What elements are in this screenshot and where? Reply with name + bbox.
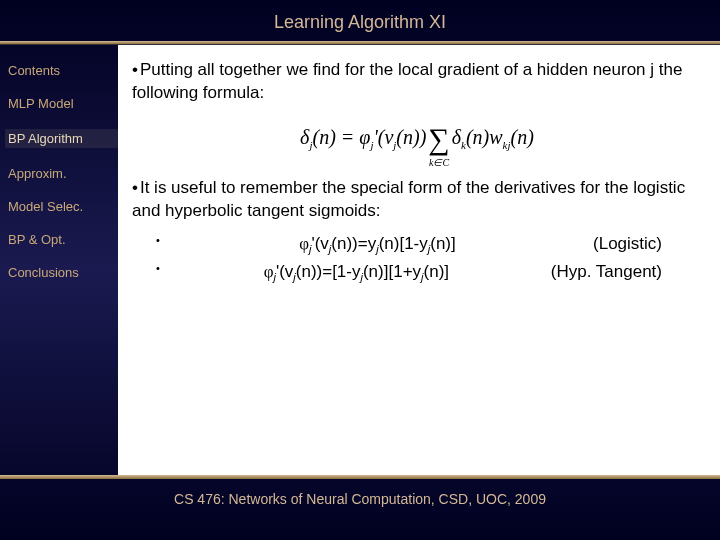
sidebar-item-mlp-model[interactable]: MLP Model — [8, 96, 118, 111]
paragraph-2: It is useful to remember the special for… — [132, 177, 702, 223]
paragraph-1-text: Putting all together we find for the loc… — [132, 60, 682, 102]
tanh-derivative: φj'(vj(n))=[1-yj(n)][1+yj(n)] (Hyp. Tang… — [156, 261, 702, 285]
sidebar-item-approxim[interactable]: Approxim. — [8, 166, 118, 181]
logistic-label: (Logistic) — [593, 233, 662, 257]
content-area: Contents MLP Model BP Algorithm Approxim… — [0, 45, 720, 475]
logistic-derivative: φj'(vj(n))=yj(n)[1-yj(n)] (Logistic) — [156, 233, 702, 257]
main-formula: δj(n) = φj'(vj(n))∑k∈Cδk(n)wkj(n) — [132, 119, 702, 160]
sidebar-item-contents[interactable]: Contents — [8, 63, 118, 78]
tanh-label: (Hyp. Tangent) — [551, 261, 662, 285]
sidebar-item-bp-opt[interactable]: BP & Opt. — [8, 232, 118, 247]
footer-text: CS 476: Networks of Neural Computation, … — [174, 491, 546, 507]
footer: CS 476: Networks of Neural Computation, … — [0, 479, 720, 507]
paragraph-2-text: It is useful to remember the special for… — [132, 178, 685, 220]
sidebar-item-conclusions[interactable]: Conclusions — [8, 265, 118, 280]
main-content: Putting all together we find for the loc… — [118, 45, 720, 475]
derivative-list: φj'(vj(n))=yj(n)[1-yj(n)] (Logistic) φj'… — [132, 233, 702, 285]
sidebar-item-model-selec[interactable]: Model Selec. — [8, 199, 118, 214]
title-area: Learning Algorithm XI — [0, 0, 720, 41]
sidebar: Contents MLP Model BP Algorithm Approxim… — [0, 45, 118, 475]
sidebar-item-bp-algorithm[interactable]: BP Algorithm — [5, 129, 118, 148]
slide-title: Learning Algorithm XI — [274, 12, 446, 32]
paragraph-1: Putting all together we find for the loc… — [132, 59, 702, 105]
